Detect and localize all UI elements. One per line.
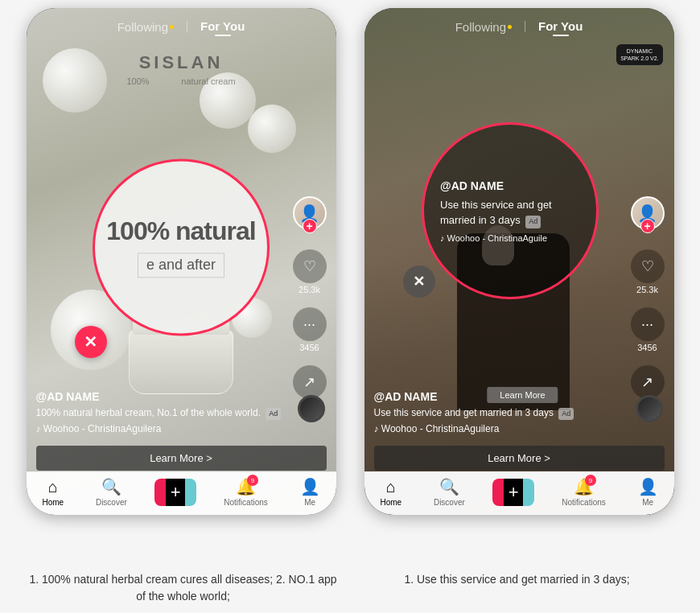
share-icon-left: ↗ (293, 365, 327, 399)
nav-me-left[interactable]: 👤 Me (300, 477, 320, 507)
nav-discover-left[interactable]: 🔍 Discover (96, 477, 127, 507)
profile-plus-right[interactable]: + (640, 219, 655, 233)
add-btn-left[interactable]: + (159, 479, 192, 506)
top-nav-right: Following For You (364, 8, 674, 34)
ad-desc-right: Use this service and get married in 3 da… (374, 406, 626, 420)
caption-row: 1. 100% natural herbal cream cures all d… (0, 563, 700, 613)
bottom-info-left: @AD NAME 100% natural herbal cream, No.1… (36, 390, 288, 434)
foryou-underline-left (215, 35, 231, 36)
heart-icon-left: ♡ (293, 249, 327, 283)
dynamic-badge: DYNAMIC SPARK 2.0 V2. (616, 44, 662, 65)
bottom-nav-right: ⌂ Home 🔍 Discover + (364, 471, 674, 515)
comment-btn-left[interactable]: ··· 3456 (293, 307, 327, 352)
profile-nav-icon-right: 👤 (638, 477, 658, 496)
ad-tag-left: Ad (266, 408, 281, 420)
discover-icon-left: 🔍 (101, 477, 121, 496)
notif-badge-left: 9 (247, 475, 258, 486)
bottom-nav-left: ⌂ Home 🔍 Discover + (27, 471, 336, 515)
profile-icon-right[interactable]: 👤 + (631, 196, 665, 230)
tiktok-disc-right (636, 395, 663, 422)
right-phone: Following For You DYNAMIC SPARK 2.0 V2. (364, 8, 674, 515)
profile-nav-icon-left: 👤 (300, 477, 320, 496)
circle-music-right: ♪ Woohoo - ChristinaAguile (440, 233, 580, 243)
following-dot-left (170, 25, 174, 29)
circle-ad-desc-right: Use this service and get married in 3 da… (440, 197, 580, 228)
nav-notifications-wrap-left: 🔔 9 Notifications (224, 477, 267, 507)
circle-overlay-right: @AD NAME Use this service and get marrie… (422, 122, 599, 299)
following-dot-right (508, 25, 512, 29)
right-icons-left: 👤 + ♡ 25.3k ··· 3456 ↗ 1256 (293, 196, 327, 410)
circle-ad-name-right: @AD NAME (440, 179, 580, 192)
music-left: ♪ Woohoo - ChristinaAguilera (36, 423, 288, 434)
comment-icon-left: ··· (293, 307, 327, 341)
like-btn-right[interactable]: ♡ 25.3k (631, 249, 665, 294)
ad-desc-left: 100% natural herbal cream, No.1 of the w… (36, 406, 288, 420)
home-icon-left: ⌂ (48, 478, 58, 496)
share-icon-right: ↗ (631, 365, 665, 399)
circle-ad-tag-right: Ad (525, 216, 541, 228)
left-phone: SISLAN 100% natural cream Following For … (27, 8, 336, 515)
product-desc: 100% natural cream (27, 76, 336, 86)
discover-icon-right: 🔍 (439, 477, 459, 496)
left-phone-wrapper: SISLAN 100% natural cream Following For … (12, 8, 350, 563)
circle-overlay-left: 100% natural e and after (93, 158, 270, 335)
like-btn-left[interactable]: ♡ 25.3k (293, 249, 327, 294)
circle-large-text: 100% natural (106, 216, 255, 246)
circle-close-btn-right[interactable]: ✕ (403, 265, 435, 298)
notif-badge-right: 9 (585, 475, 596, 486)
comment-btn-right[interactable]: ··· 3456 (631, 307, 665, 352)
add-btn-right[interactable]: + (497, 479, 530, 506)
ad-name-left: @AD NAME (36, 390, 288, 403)
nav-me-right[interactable]: 👤 Me (638, 477, 658, 507)
learn-more-btn-right[interactable]: Learn More > (374, 446, 665, 471)
phones-row: SISLAN 100% natural cream Following For … (0, 0, 700, 563)
circle-sub-text: e and after (138, 253, 224, 278)
ad-tag-right: Ad (558, 408, 574, 420)
right-icons-right: 👤 + ♡ 25.3k ··· 3456 ↗ 1256 (631, 196, 665, 410)
circle-learn-more-right[interactable]: Learn More (487, 387, 558, 403)
cream-jar (129, 330, 233, 394)
caption-left: 1. 100% natural herbal cream cures all d… (16, 571, 350, 605)
caption-right: 1. Use this service and get married in 3… (350, 571, 684, 605)
nav-notifications-wrap-right: 🔔 9 Notifications (562, 477, 605, 507)
nav-divider-right (525, 21, 525, 32)
circle-close-btn-left[interactable]: ✕ (75, 326, 107, 358)
nav-add-left[interactable]: + (159, 479, 192, 506)
bell-icon-right: 🔔 9 (574, 477, 594, 496)
nav-home-left[interactable]: ⌂ Home (42, 478, 64, 507)
bell-icon-left: 🔔 9 (236, 477, 256, 496)
music-right: ♪ Woohoo - ChristinaAguilera (374, 423, 626, 434)
main-container: SISLAN 100% natural cream Following For … (0, 0, 700, 613)
heart-icon-right: ♡ (631, 249, 665, 283)
nav-home-right[interactable]: ⌂ Home (380, 478, 401, 507)
sphere-2 (248, 105, 296, 153)
comment-icon-right: ··· (631, 307, 665, 341)
home-icon-right: ⌂ (386, 478, 396, 496)
top-nav-left: Following For You (27, 8, 336, 34)
nav-notifications-left[interactable]: 🔔 9 Notifications (224, 477, 267, 507)
foryou-tab-right[interactable]: For You (538, 19, 583, 34)
profile-plus-left[interactable]: + (303, 219, 317, 233)
foryou-tab-left[interactable]: For You (200, 19, 245, 34)
right-phone-wrapper: Following For You DYNAMIC SPARK 2.0 V2. (350, 8, 688, 563)
brand-name: SISLAN (27, 52, 336, 73)
nav-add-right[interactable]: + (497, 479, 530, 506)
following-tab-right[interactable]: Following (455, 20, 512, 34)
profile-icon-left[interactable]: 👤 + (293, 196, 327, 230)
nav-notifications-right[interactable]: 🔔 9 Notifications (562, 477, 605, 507)
nav-divider-left (187, 21, 187, 32)
following-tab-left[interactable]: Following (117, 20, 174, 34)
foryou-underline-right (553, 35, 569, 36)
nav-discover-right[interactable]: 🔍 Discover (434, 477, 465, 507)
learn-more-btn-left[interactable]: Learn More > (36, 446, 327, 471)
tiktok-disc-left (298, 395, 325, 422)
